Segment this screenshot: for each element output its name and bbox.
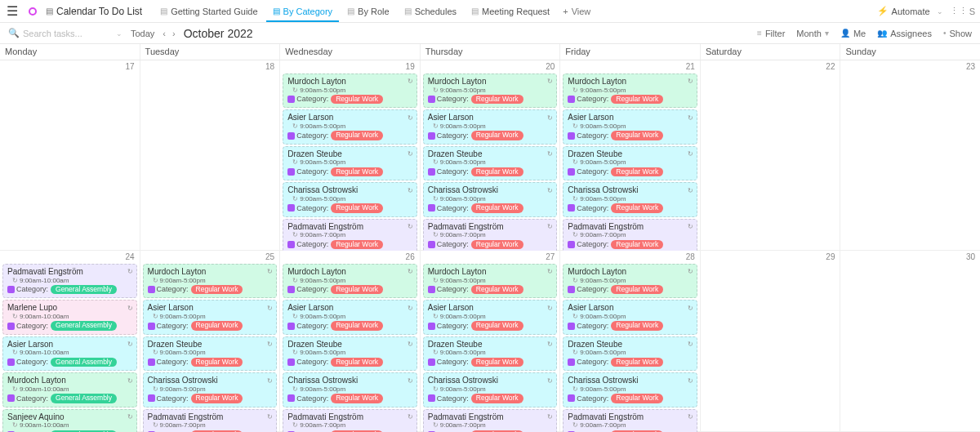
event-card[interactable]: Padmavati Engström↻9:00am-7:00pmCategory… xyxy=(563,409,697,432)
event-card[interactable]: Murdoch Layton↻9:00am-5:00pmCategory:Reg… xyxy=(283,73,417,108)
event-time: 9:00am-5:00pm xyxy=(568,122,693,130)
filter-button[interactable]: ≡Filter xyxy=(757,29,785,38)
event-card[interactable]: Murdoch Layton↻9:00am-10:00amCategory:Ge… xyxy=(2,372,137,407)
event-card[interactable]: Charissa Ostrowski↻9:00am-5:00pmCategory… xyxy=(423,372,558,407)
event-card[interactable]: Asier Larson↻9:00am-5:00pmCategory:Regul… xyxy=(423,300,558,334)
share-section[interactable]: ⋮⋮ S xyxy=(950,6,975,16)
event-name: Murdoch Layton xyxy=(7,376,66,385)
events-list: Murdoch Layton↻9:00am-5:00pmCategory:Reg… xyxy=(421,73,560,254)
view-tabs: ▤Getting Started Guide▤By Category▤By Ro… xyxy=(154,2,556,21)
event-time: 9:00am-5:00pm xyxy=(428,87,554,94)
chevron-down-icon[interactable]: ⌄ xyxy=(937,7,943,16)
category-label: Category: xyxy=(287,322,328,330)
today-button[interactable]: Today xyxy=(131,29,154,38)
day-headers: MondayTuesdayWednesdayThursdayFridaySatu… xyxy=(0,44,980,60)
category-label: Category: xyxy=(148,358,189,366)
event-card[interactable]: Charissa Ostrowski↻9:00am-5:00pmCategory… xyxy=(563,182,697,216)
event-card[interactable]: Murdoch Layton↻9:00am-5:00pmCategory:Reg… xyxy=(423,73,558,108)
view-tab-schedules[interactable]: ▤Schedules xyxy=(398,2,463,21)
event-card[interactable]: Murdoch Layton↻9:00am-5:00pmCategory:Reg… xyxy=(143,264,278,298)
day-cell[interactable]: 30 xyxy=(840,251,980,431)
events-list xyxy=(140,73,280,74)
event-card[interactable]: Padmavati Engström↻9:00am-7:00pmCategory… xyxy=(143,409,278,432)
search-wrap: 🔍 ⌄ xyxy=(8,28,122,38)
event-card[interactable]: Asier Larson↻9:00am-5:00pmCategory:Regul… xyxy=(283,109,417,144)
events-list: Murdoch Layton↻9:00am-5:00pmCategory:Reg… xyxy=(280,73,420,254)
month-toggle[interactable]: Month▾ xyxy=(796,29,829,38)
recur-icon: ↻ xyxy=(408,268,413,275)
category-badge: General Assembly xyxy=(51,321,117,331)
view-tab-getting-started-guide[interactable]: ▤Getting Started Guide xyxy=(154,2,264,21)
category-label: Category: xyxy=(568,204,608,212)
event-card[interactable]: Charissa Ostrowski↻9:00am-5:00pmCategory… xyxy=(143,372,278,407)
event-card[interactable]: Charissa Ostrowski↻9:00am-5:00pmCategory… xyxy=(563,372,697,407)
view-tab-meeting-request[interactable]: ▤Meeting Request xyxy=(465,2,556,21)
day-cell[interactable]: 25Murdoch Layton↻9:00am-5:00pmCategory:R… xyxy=(140,251,281,431)
category-badge: Regular Work xyxy=(611,131,663,140)
next-button[interactable]: › xyxy=(172,29,176,38)
menu-button[interactable]: ☰ xyxy=(0,3,24,19)
event-card[interactable]: Padmavati Engström↻9:00am-7:00pmCategory… xyxy=(423,219,558,253)
event-card[interactable]: Asier Larson↻9:00am-5:00pmCategory:Regul… xyxy=(563,109,697,144)
date-number: 30 xyxy=(840,251,980,263)
event-card[interactable]: Charissa Ostrowski↻9:00am-5:00pmCategory… xyxy=(423,182,558,216)
day-cell[interactable]: 26Murdoch Layton↻9:00am-5:00pmCategory:R… xyxy=(280,251,421,431)
prev-button[interactable]: ‹ xyxy=(163,29,166,38)
event-card[interactable]: Drazen Steube↻9:00am-5:00pmCategory:Regu… xyxy=(283,146,417,180)
search-chevron-icon[interactable]: ⌄ xyxy=(116,29,122,38)
event-card[interactable]: Murdoch Layton↻9:00am-5:00pmCategory:Reg… xyxy=(283,264,417,298)
show-button[interactable]: •Show xyxy=(943,29,972,38)
view-tab-by-category[interactable]: ▤By Category xyxy=(266,2,340,21)
event-card[interactable]: Murdoch Layton↻9:00am-5:00pmCategory:Reg… xyxy=(423,264,558,298)
event-card[interactable]: Drazen Steube↻9:00am-5:00pmCategory:Regu… xyxy=(563,336,697,371)
event-card[interactable]: Asier Larson↻9:00am-10:00amCategory:Gene… xyxy=(2,336,137,371)
event-name: Asier Larson xyxy=(428,113,474,122)
event-card[interactable]: Drazen Steube↻9:00am-5:00pmCategory:Regu… xyxy=(563,146,697,180)
event-card[interactable]: Murdoch Layton↻9:00am-5:00pmCategory:Reg… xyxy=(563,264,697,298)
day-cell[interactable]: 28Murdoch Layton↻9:00am-5:00pmCategory:R… xyxy=(560,251,701,431)
day-cell[interactable]: 19Murdoch Layton↻9:00am-5:00pmCategory:R… xyxy=(280,60,421,250)
event-card[interactable]: Charissa Ostrowski↻9:00am-5:00pmCategory… xyxy=(283,182,417,216)
me-button[interactable]: 👤Me xyxy=(840,29,866,38)
event-card[interactable]: Asier Larson↻9:00am-5:00pmCategory:Regul… xyxy=(563,300,697,334)
day-cell[interactable]: 29 xyxy=(701,251,841,431)
search-input[interactable] xyxy=(23,29,105,38)
day-cell[interactable]: 23 xyxy=(840,60,980,250)
page-title[interactable]: ▤ Calendar To Do List xyxy=(41,6,147,17)
event-name: Sanjeev Aquino xyxy=(7,412,65,422)
event-card[interactable]: Padmavati Engström↻9:00am-7:00pmCategory… xyxy=(283,219,417,253)
event-card[interactable]: Marlene Lupo↻9:00am-10:00amCategory:Gene… xyxy=(2,300,137,334)
event-time: 9:00am-5:00pm xyxy=(287,277,413,284)
event-card[interactable]: Padmavati Engström↻9:00am-7:00pmCategory… xyxy=(283,409,417,432)
day-cell[interactable]: 18 xyxy=(140,60,281,250)
day-cell[interactable]: 24Padmavati Engström↻9:00am-10:00amCateg… xyxy=(0,251,140,431)
event-card[interactable]: Asier Larson↻9:00am-5:00pmCategory:Regul… xyxy=(143,300,278,334)
event-card[interactable]: Asier Larson↻9:00am-5:00pmCategory:Regul… xyxy=(423,109,558,144)
event-card[interactable]: Drazen Steube↻9:00am-5:00pmCategory:Regu… xyxy=(423,146,558,180)
category-badge: Regular Work xyxy=(471,203,523,213)
event-name: Drazen Steube xyxy=(428,149,483,159)
day-cell[interactable]: 20Murdoch Layton↻9:00am-5:00pmCategory:R… xyxy=(421,60,561,250)
event-card[interactable]: Murdoch Layton↻9:00am-5:00pmCategory:Reg… xyxy=(563,73,697,108)
category-label: Category: xyxy=(428,167,469,176)
event-card[interactable]: Drazen Steube↻9:00am-5:00pmCategory:Regu… xyxy=(423,336,558,371)
day-cell[interactable]: 21Murdoch Layton↻9:00am-5:00pmCategory:R… xyxy=(560,60,701,250)
event-name: Drazen Steube xyxy=(428,340,483,350)
day-cell[interactable]: 27Murdoch Layton↻9:00am-5:00pmCategory:R… xyxy=(421,251,561,431)
add-view-button[interactable]: + View xyxy=(556,2,597,21)
app-logo[interactable] xyxy=(24,5,41,18)
view-tab-by-role[interactable]: ▤By Role xyxy=(341,2,396,21)
event-card[interactable]: Sanjeev Aquino↻9:00am-10:00amCategory:Ge… xyxy=(2,409,137,432)
event-card[interactable]: Drazen Steube↻9:00am-5:00pmCategory:Regu… xyxy=(143,336,278,371)
day-cell[interactable]: 17 xyxy=(0,60,140,250)
event-card[interactable]: Padmavati Engström↻9:00am-10:00amCategor… xyxy=(2,264,137,298)
assignees-button[interactable]: 👥Assignees xyxy=(877,29,932,38)
event-card[interactable]: Padmavati Engström↻9:00am-7:00pmCategory… xyxy=(563,219,697,253)
event-card[interactable]: Padmavati Engström↻9:00am-7:00pmCategory… xyxy=(423,409,558,432)
day-cell[interactable]: 22 xyxy=(701,60,841,250)
event-card[interactable]: Asier Larson↻9:00am-5:00pmCategory:Regul… xyxy=(283,300,417,334)
event-card[interactable]: Charissa Ostrowski↻9:00am-5:00pmCategory… xyxy=(283,372,417,407)
date-number: 23 xyxy=(840,60,980,73)
event-card[interactable]: Drazen Steube↻9:00am-5:00pmCategory:Regu… xyxy=(283,336,417,371)
automate-button[interactable]: ⚡ Automate xyxy=(877,6,930,16)
